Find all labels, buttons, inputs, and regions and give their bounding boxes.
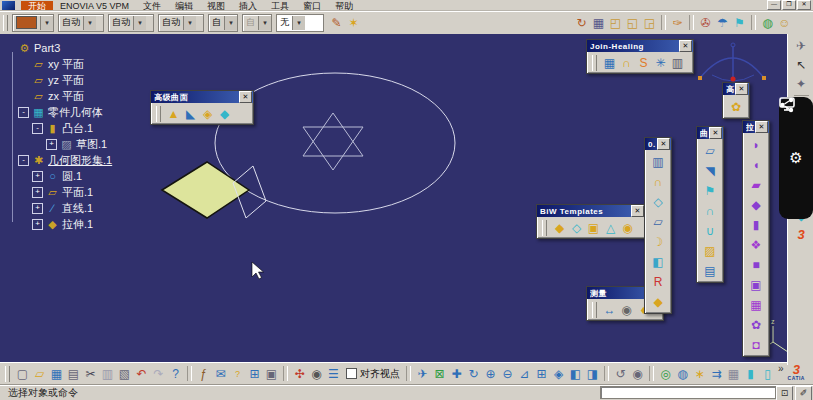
match-surface-icon[interactable]: ▦ bbox=[748, 296, 765, 313]
select-icon[interactable]: ↖ bbox=[793, 56, 810, 73]
menu-tools[interactable]: 工具 bbox=[264, 1, 296, 11]
tree-yz-plane[interactable]: ▱ yz 平面 bbox=[4, 72, 174, 88]
toolbar-grip[interactable] bbox=[3, 15, 8, 31]
umbrella-icon[interactable]: ☂ bbox=[714, 14, 731, 31]
restore-button[interactable]: ❐ bbox=[782, 0, 796, 10]
tree-item-label[interactable]: xy 平面 bbox=[48, 57, 84, 72]
close-icon[interactable]: ✕ bbox=[679, 40, 692, 52]
menu-start[interactable]: 开始 bbox=[21, 1, 53, 11]
auto-dropdown-5[interactable]: 自▾ bbox=[242, 14, 272, 32]
compass[interactable] bbox=[698, 43, 766, 82]
design-table-icon[interactable]: ⊞ bbox=[246, 365, 263, 382]
chevron-down-icon[interactable]: ▾ bbox=[292, 16, 305, 30]
undo-icon[interactable]: ↶ bbox=[133, 365, 150, 382]
variable-offset-icon[interactable]: ◥ bbox=[702, 162, 719, 179]
tree-item-label[interactable]: 草图.1 bbox=[76, 137, 107, 152]
update-icon[interactable]: ↻ bbox=[573, 14, 590, 31]
surface-network-icon[interactable]: ◣ bbox=[182, 105, 199, 122]
geometry-extraction-icon[interactable]: ▰ bbox=[748, 176, 765, 193]
tree-expander[interactable]: + bbox=[32, 171, 43, 182]
open-catalog-icon[interactable]: ◱ bbox=[624, 14, 641, 31]
sculpt-icon[interactable]: ✦ bbox=[793, 75, 810, 92]
toolbar-titlebar[interactable]: 0. ✕ bbox=[645, 138, 671, 150]
grid-icon[interactable]: ▦ bbox=[590, 14, 607, 31]
hole-icon[interactable]: ▣ bbox=[585, 219, 602, 236]
painter-icon[interactable]: ✎ bbox=[328, 14, 345, 31]
cylinder-b-icon[interactable]: ▯ bbox=[759, 365, 776, 382]
toolbar-titlebar[interactable]: 高 ✕ bbox=[723, 83, 749, 95]
mating-flange-icon[interactable]: △ bbox=[602, 219, 619, 236]
tree-expander[interactable]: + bbox=[32, 187, 43, 198]
toolbar-grip[interactable] bbox=[156, 106, 161, 122]
sweep-icon[interactable]: ✿ bbox=[728, 98, 745, 115]
new-file-icon[interactable]: ▢ bbox=[14, 365, 31, 382]
tree-xy-plane[interactable]: ▱ xy 平面 bbox=[4, 56, 174, 72]
globe-icon[interactable]: ◍ bbox=[759, 14, 776, 31]
tree-item-label[interactable]: Part3 bbox=[34, 42, 60, 54]
close-button[interactable]: ✕ bbox=[797, 0, 811, 10]
redo-icon[interactable]: ↷ bbox=[150, 365, 167, 382]
star-triangle-down[interactable] bbox=[303, 127, 363, 170]
wizard-icon[interactable]: ✶ bbox=[345, 14, 362, 31]
chevron-down-icon[interactable]: ▾ bbox=[183, 16, 196, 30]
fly-mode-icon[interactable]: ✈ bbox=[793, 37, 810, 54]
none-dropdown[interactable]: 无▾ bbox=[276, 14, 324, 32]
zoom-out-icon[interactable]: ⊖ bbox=[499, 365, 516, 382]
cut-icon[interactable]: ✂ bbox=[82, 365, 99, 382]
axis-system-icon[interactable]: ∗ bbox=[691, 365, 708, 382]
compass-center-dot[interactable] bbox=[731, 77, 736, 82]
chevron-down-icon[interactable]: ▾ bbox=[133, 16, 146, 30]
measure-between-icon[interactable]: ↔ bbox=[601, 301, 618, 318]
share-icon[interactable] bbox=[786, 111, 806, 131]
catia-3-icon[interactable]: 3 bbox=[793, 226, 810, 243]
toolbar-grip[interactable] bbox=[592, 302, 597, 318]
tree-part3[interactable]: ⚙ Part3 bbox=[4, 40, 174, 56]
toolbar-titlebar[interactable]: 拉 ✕ bbox=[743, 121, 769, 133]
diabolo-icon[interactable]: ◇ bbox=[568, 219, 585, 236]
auto-dropdown-2[interactable]: 自动▾ bbox=[108, 14, 154, 32]
zoom-in-icon[interactable]: ⊕ bbox=[482, 365, 499, 382]
fit-surface-icon[interactable]: ◈ bbox=[199, 105, 216, 122]
power-fit-icon[interactable]: ▲ bbox=[165, 105, 182, 122]
globe-pick-icon[interactable]: ◍ bbox=[674, 365, 691, 382]
align-viewpoint-checkbox[interactable] bbox=[346, 368, 357, 379]
toolbar-titlebar[interactable]: 高级曲面 ✕ bbox=[151, 91, 253, 103]
close-icon[interactable]: ✕ bbox=[239, 91, 252, 103]
chevron-down-icon[interactable]: ▾ bbox=[83, 16, 96, 30]
split-icon[interactable]: ◧ bbox=[650, 253, 667, 270]
tree-pad-1[interactable]: - ▮ 凸台.1 bbox=[4, 120, 174, 136]
paint-properties-icon[interactable]: ✑ bbox=[669, 14, 686, 31]
disassemble-icon[interactable]: ▥ bbox=[650, 153, 667, 170]
settings-icon[interactable]: ⚙ bbox=[786, 148, 806, 168]
tree-item-label[interactable]: yz 平面 bbox=[48, 73, 84, 88]
join-icon[interactable]: ▦ bbox=[601, 54, 618, 71]
knowledge-icon[interactable]: ✇ bbox=[697, 14, 714, 31]
toolbar-titlebar[interactable]: Join-Healing ✕ bbox=[587, 40, 693, 52]
menu-view[interactable]: 视图 bbox=[200, 1, 232, 11]
styling-sweep-icon[interactable]: ◆ bbox=[748, 196, 765, 213]
avatar-icon[interactable]: ☺ bbox=[776, 14, 793, 31]
menu-file[interactable]: 文件 bbox=[136, 1, 168, 11]
boundary-icon[interactable]: ∩ bbox=[650, 173, 667, 190]
toolbar-grip[interactable] bbox=[5, 366, 10, 382]
close-icon[interactable]: ✕ bbox=[631, 205, 644, 217]
chevron-down-icon[interactable]: ▾ bbox=[224, 16, 237, 30]
align-arrows-icon[interactable]: ⇉ bbox=[708, 365, 725, 382]
color-dropdown[interactable]: ▾ bbox=[12, 14, 54, 32]
copy-icon[interactable]: ▥ bbox=[99, 365, 116, 382]
bump-icon[interactable]: ∩ bbox=[702, 202, 719, 219]
catalog-icon[interactable]: ◰ bbox=[607, 14, 624, 31]
menu-window[interactable]: 窗口 bbox=[296, 1, 328, 11]
formula-icon[interactable]: ƒ bbox=[195, 365, 212, 382]
library-icon[interactable]: ◲ bbox=[641, 14, 658, 31]
healing-icon[interactable]: ∩ bbox=[618, 54, 635, 71]
lock-icon[interactable]: ◉ bbox=[308, 365, 325, 382]
toolbar-grip[interactable] bbox=[542, 220, 547, 236]
multi-side-blend-icon[interactable]: ✿ bbox=[748, 316, 765, 333]
shading-icon[interactable]: ◧ bbox=[567, 365, 584, 382]
curve-smooth-icon[interactable]: S bbox=[635, 54, 652, 71]
iso-view-icon[interactable]: ◈ bbox=[550, 365, 567, 382]
close-icon[interactable]: ✕ bbox=[735, 83, 748, 95]
auto-dropdown-3[interactable]: 自动▾ bbox=[158, 14, 204, 32]
work-grid-icon[interactable]: ▦ bbox=[725, 365, 742, 382]
